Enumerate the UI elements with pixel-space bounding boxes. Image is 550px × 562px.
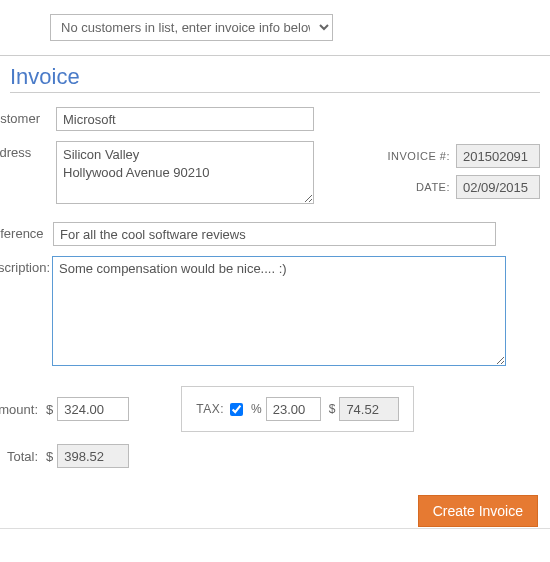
- tax-label: TAX:: [196, 402, 224, 416]
- description-label: Description:: [0, 256, 50, 275]
- create-invoice-button[interactable]: Create Invoice: [418, 495, 538, 527]
- tax-percent-input[interactable]: [266, 397, 321, 421]
- invoice-number-field: [456, 144, 540, 168]
- reference-input[interactable]: [53, 222, 496, 246]
- total-field: [57, 444, 129, 468]
- date-label: DATE:: [416, 181, 450, 193]
- description-input[interactable]: [52, 256, 506, 366]
- reference-label: Reference:: [0, 222, 50, 241]
- percent-symbol: %: [251, 402, 262, 416]
- total-label: Total:: [0, 449, 38, 464]
- date-field: [456, 175, 540, 199]
- tax-box: TAX: % $: [181, 386, 414, 432]
- page-title: Invoice: [10, 64, 540, 93]
- customer-label: Customer:: [0, 107, 50, 126]
- address-input[interactable]: [56, 141, 314, 204]
- currency-symbol: $: [46, 402, 53, 417]
- currency-symbol-total: $: [46, 449, 53, 464]
- tax-checkbox[interactable]: [230, 403, 243, 416]
- invoice-number-label: INVOICE #:: [388, 150, 450, 162]
- currency-symbol-tax: $: [329, 402, 336, 416]
- tax-amount-field: [339, 397, 399, 421]
- divider-bottom: [0, 528, 550, 529]
- customer-input[interactable]: [56, 107, 314, 131]
- amount-input[interactable]: [57, 397, 129, 421]
- address-label: Address:: [0, 141, 50, 160]
- amount-label: Amount:: [0, 402, 38, 417]
- customer-dropdown[interactable]: No customers in list, enter invoice info…: [50, 14, 333, 41]
